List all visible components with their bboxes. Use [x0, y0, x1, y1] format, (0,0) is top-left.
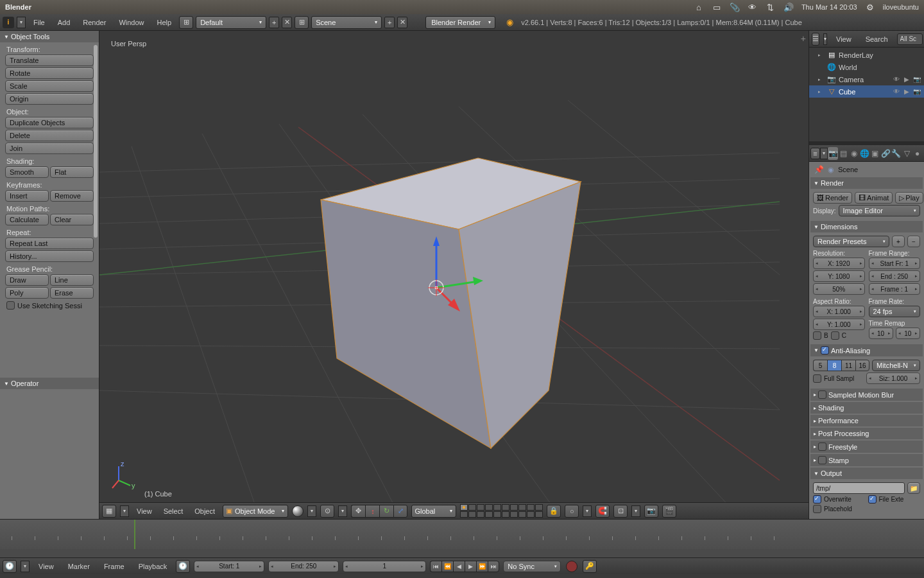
file-ext-checkbox[interactable] [868, 495, 877, 504]
jump-end-icon[interactable]: ⏭ [488, 561, 499, 572]
current-frame-input[interactable]: 1 [343, 561, 426, 572]
tl-menu-playback[interactable]: Playback [133, 560, 173, 573]
gp-erase-button[interactable]: Erase [50, 287, 94, 299]
res-y-field[interactable]: Y: 1080 [813, 270, 865, 282]
outliner-filter-input[interactable] [897, 33, 923, 45]
timeline-type-dd[interactable]: ▾ [21, 561, 30, 572]
render-preview-icon[interactable]: 📷 [644, 505, 658, 518]
cube-visible-icon[interactable]: 👁 [891, 87, 901, 96]
play-button[interactable]: ▷Play [895, 192, 923, 204]
screen-add-button[interactable]: + [269, 17, 279, 28]
layer-18[interactable] [518, 511, 526, 518]
layer-9[interactable] [527, 504, 535, 511]
translate-button[interactable]: Translate [5, 55, 94, 66]
snap-dropdown[interactable]: ▾ [631, 505, 640, 517]
screen-layout-select[interactable]: Default [196, 16, 266, 29]
eye-icon[interactable]: 👁 [748, 2, 758, 12]
cam-select-icon[interactable]: ▶ [902, 75, 911, 83]
layer-1[interactable] [460, 504, 468, 511]
prop-editor-icon[interactable]: ≡ [810, 148, 820, 159]
delete-button[interactable]: Delete [5, 130, 94, 141]
tl-menu-frame[interactable]: Frame [99, 560, 130, 573]
rotate-manip-icon[interactable]: ↻ [379, 505, 393, 518]
vp-menu-select[interactable]: Select [160, 505, 187, 517]
stamp-checkbox[interactable] [818, 456, 826, 464]
flat-button[interactable]: Flat [50, 166, 94, 178]
aa-enable-checkbox[interactable] [821, 346, 829, 355]
aa-11[interactable]: 11 [841, 360, 855, 371]
pivot-icon[interactable]: ⊙ [320, 505, 334, 518]
aspect-y-field[interactable]: Y: 1.000 [813, 319, 865, 330]
render-anim-icon[interactable]: 🎬 [662, 505, 676, 518]
stamp-panel-header[interactable]: ▸Stamp [810, 454, 923, 466]
layer-8[interactable] [518, 504, 526, 511]
scene-add-button[interactable]: + [384, 17, 395, 28]
pivot-dropdown[interactable]: ▾ [338, 505, 347, 517]
layer-15[interactable] [493, 511, 501, 518]
cube-render-icon[interactable]: 📷 [912, 87, 921, 96]
overwrite-checkbox[interactable] [813, 495, 821, 504]
smooth-button[interactable]: Smooth [5, 166, 49, 178]
shading-dropdown[interactable]: ▾ [307, 505, 316, 517]
manipulator-toggle-icon[interactable]: ✥ [351, 505, 365, 518]
fps-select[interactable]: 24 fps [869, 306, 921, 317]
outliner-view[interactable]: View [831, 33, 857, 46]
lock-camera-icon[interactable]: 🔒 [547, 505, 561, 518]
editor-type-toggle[interactable]: ▾ [120, 505, 129, 517]
tab-constraints[interactable]: 🔗 [880, 147, 891, 160]
operator-panel-header[interactable]: ▼Operator [0, 378, 99, 389]
scene-delete-button[interactable]: ✕ [397, 17, 407, 28]
cube-select-icon[interactable]: ▶ [902, 87, 911, 96]
tab-render[interactable]: 📷 [828, 147, 838, 160]
layer-3[interactable] [477, 504, 484, 511]
gp-line-button[interactable]: Line [50, 274, 94, 286]
layer-12[interactable] [468, 511, 476, 518]
layer-6[interactable] [502, 504, 509, 511]
join-button[interactable]: Join [5, 143, 94, 154]
tab-renderlayers[interactable]: ▤ [838, 147, 848, 160]
indicator-icon[interactable]: ⌂ [694, 2, 704, 12]
scene-select[interactable]: Scene [311, 16, 382, 29]
display-icon[interactable]: ▭ [712, 2, 722, 12]
layer-13[interactable] [477, 511, 484, 518]
rotate-button[interactable]: Rotate [5, 67, 94, 79]
use-sketching-checkbox[interactable]: Use Sketching Sessi [5, 300, 94, 311]
aa-filter-select[interactable]: Mitchell-N [872, 360, 920, 371]
tree-camera[interactable]: ▸📷Camera 👁▶📷 [809, 73, 924, 85]
prop-editor-dd[interactable]: ▾ [820, 148, 828, 159]
menu-add[interactable]: Add [53, 16, 76, 29]
network-icon[interactable]: ⇅ [766, 2, 776, 12]
3d-viewport[interactable]: + User Persp [99, 31, 809, 519]
vp-menu-view[interactable]: View [133, 505, 156, 517]
tree-world[interactable]: 🌐World [809, 61, 924, 73]
preset-remove-button[interactable]: − [907, 236, 920, 247]
tab-modifiers[interactable]: 🔧 [891, 147, 902, 160]
layer-7[interactable] [510, 504, 518, 511]
dimensions-panel-header[interactable]: ▼Dimensions [810, 221, 923, 232]
menu-help[interactable]: Help [152, 16, 177, 29]
play-reverse-icon[interactable]: ◀ [453, 561, 465, 572]
sound-icon[interactable]: 🔊 [783, 2, 794, 12]
aa-16[interactable]: 16 [855, 360, 869, 371]
layer-11[interactable] [460, 511, 468, 518]
tab-scene[interactable]: ◉ [849, 147, 859, 160]
aa-5[interactable]: 5 [813, 360, 827, 371]
layer-2[interactable] [468, 504, 476, 511]
start-frame-field[interactable]: Start Fr: 1 [869, 258, 921, 269]
pin-icon[interactable]: 📌 [814, 165, 824, 174]
end-frame-field[interactable]: End : 250 [869, 270, 921, 282]
object-tools-header[interactable]: ▼Object Tools [0, 31, 99, 42]
aa-8[interactable]: 8 [827, 360, 841, 371]
screen-browse-icon[interactable]: ⊞ [179, 16, 193, 29]
layer-19[interactable] [527, 511, 535, 518]
res-pct-field[interactable]: 50% [813, 283, 865, 295]
tl-menu-marker[interactable]: Marker [63, 560, 95, 573]
screen-delete-button[interactable]: ✕ [282, 17, 292, 28]
tl-menu-view[interactable]: View [33, 560, 59, 573]
remap-old-field[interactable]: 10 [869, 328, 893, 339]
render-presets-select[interactable]: Render Presets [813, 236, 889, 247]
insert-keyframe-button[interactable]: Insert [5, 190, 49, 202]
scale-manip-icon[interactable]: ⤢ [393, 505, 407, 518]
cam-render-icon[interactable]: 📷 [912, 75, 921, 83]
cam-visible-icon[interactable]: 👁 [891, 75, 901, 83]
